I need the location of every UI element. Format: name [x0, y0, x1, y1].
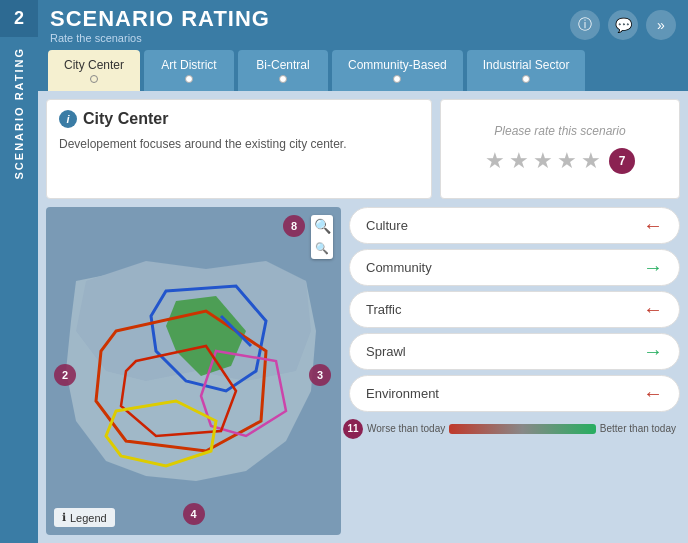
- tab-art-district-label: Art District: [161, 58, 216, 72]
- bottom-panel: 2 3 8 🔍 🔍 ℹ Legend: [46, 207, 680, 535]
- metric-environment-arrow: ←: [643, 382, 663, 405]
- content-area: i City Center Developement focuses aroun…: [38, 91, 688, 543]
- main-content: SCENARIO RATING Rate the scenarios ⓘ 💬 »…: [38, 0, 688, 543]
- better-label: Better than today: [600, 423, 676, 434]
- tab-art-district-dot: [185, 75, 193, 83]
- metric-community-arrow: →: [643, 256, 663, 279]
- header-icons: ⓘ 💬 »: [570, 10, 676, 40]
- sidebar-number: 2: [0, 0, 38, 37]
- scenario-title: City Center: [83, 110, 168, 128]
- page-title: SCENARIO RATING: [50, 6, 270, 32]
- metric-traffic-label: Traffic: [366, 302, 401, 317]
- metric-sprawl: Sprawl →: [349, 333, 680, 370]
- star-1[interactable]: ★: [485, 148, 505, 174]
- metric-community: Community →: [349, 249, 680, 286]
- tab-industrial-sector[interactable]: Industrial Sector: [467, 50, 586, 91]
- tab-city-center[interactable]: City Center: [48, 50, 140, 91]
- map-container: 2 3 8 🔍 🔍 ℹ Legend: [46, 207, 341, 535]
- metric-community-label: Community: [366, 260, 432, 275]
- page-subtitle: Rate the scenarios: [50, 32, 270, 44]
- info-icon: i: [59, 110, 77, 128]
- metric-traffic: Traffic ←: [349, 291, 680, 328]
- tab-bi-central-label: Bi-Central: [256, 58, 309, 72]
- info-card: i City Center Developement focuses aroun…: [46, 99, 432, 199]
- rating-prompt: Please rate this scenario: [494, 124, 625, 138]
- star-4[interactable]: ★: [557, 148, 577, 174]
- top-panel: i City Center Developement focuses aroun…: [46, 99, 680, 199]
- map-zoom-controls: 🔍 🔍: [311, 215, 333, 259]
- info-card-header: i City Center: [59, 110, 419, 128]
- tab-city-center-dot: [90, 75, 98, 83]
- tab-city-center-label: City Center: [64, 58, 124, 72]
- tab-community-based[interactable]: Community-Based: [332, 50, 463, 91]
- map-legend[interactable]: ℹ Legend: [54, 508, 115, 527]
- metric-culture-arrow: ←: [643, 214, 663, 237]
- worse-label: Worse than today: [367, 423, 445, 434]
- tab-art-district[interactable]: Art District: [144, 50, 234, 91]
- sidebar-label: SCENARIO RATING: [13, 47, 25, 179]
- rating-badge: 7: [609, 148, 635, 174]
- metric-traffic-arrow: ←: [643, 298, 663, 321]
- metrics-panel: Culture ← Community → Traffic ← Sprawl →: [349, 207, 680, 535]
- legend-badge-11: 11: [343, 419, 363, 439]
- tab-industrial-sector-label: Industrial Sector: [483, 58, 570, 72]
- rating-card: Please rate this scenario ★ ★ ★ ★ ★ 7: [440, 99, 680, 199]
- map-svg: [46, 207, 341, 535]
- star-3[interactable]: ★: [533, 148, 553, 174]
- legend-gradient: [449, 424, 596, 434]
- tab-industrial-sector-dot: [522, 75, 530, 83]
- zoom-out-button[interactable]: 🔍: [311, 237, 333, 259]
- tab-bi-central-dot: [279, 75, 287, 83]
- metric-culture: Culture ←: [349, 207, 680, 244]
- chat-button[interactable]: 💬: [608, 10, 638, 40]
- map-badge-8: 8: [283, 215, 305, 237]
- star-2[interactable]: ★: [509, 148, 529, 174]
- tab-bi-central[interactable]: Bi-Central: [238, 50, 328, 91]
- tabs-bar: City Center Art District Bi-Central Comm…: [38, 50, 688, 91]
- metric-culture-label: Culture: [366, 218, 408, 233]
- metric-environment-label: Environment: [366, 386, 439, 401]
- legend-label: Legend: [70, 512, 107, 524]
- legend-icon: ℹ: [62, 511, 66, 524]
- stars-container[interactable]: ★ ★ ★ ★ ★ 7: [485, 148, 635, 174]
- metric-environment: Environment ←: [349, 375, 680, 412]
- metric-sprawl-arrow: →: [643, 340, 663, 363]
- header-left: SCENARIO RATING Rate the scenarios: [50, 6, 270, 44]
- sidebar: 2 SCENARIO RATING: [0, 0, 38, 543]
- map-badge-4: 4: [183, 503, 205, 525]
- star-5[interactable]: ★: [581, 148, 601, 174]
- header: SCENARIO RATING Rate the scenarios ⓘ 💬 »: [38, 0, 688, 50]
- scenario-description: Developement focuses around the existing…: [59, 136, 419, 153]
- info-button[interactable]: ⓘ: [570, 10, 600, 40]
- zoom-in-button[interactable]: 🔍: [311, 215, 333, 237]
- tab-community-based-label: Community-Based: [348, 58, 447, 72]
- forward-button[interactable]: »: [646, 10, 676, 40]
- tab-community-based-dot: [393, 75, 401, 83]
- metric-sprawl-label: Sprawl: [366, 344, 406, 359]
- legend-bar: 11 Worse than today Better than today: [349, 421, 680, 436]
